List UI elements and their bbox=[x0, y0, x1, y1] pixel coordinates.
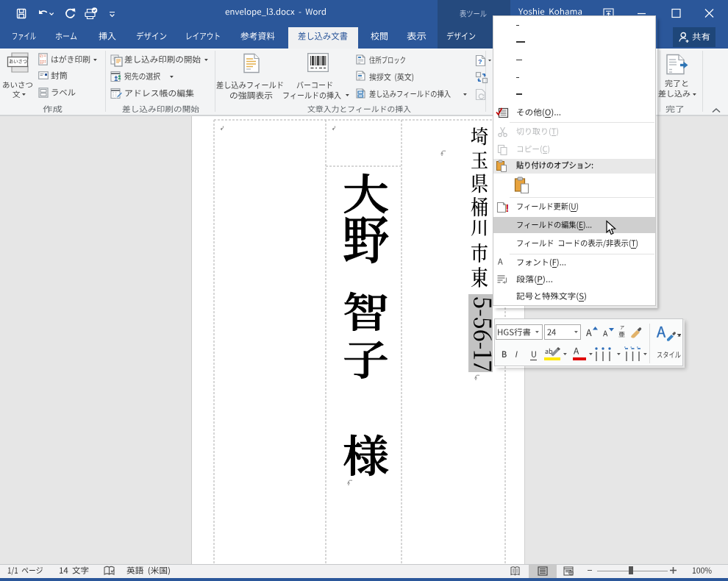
svg-text:!: ! bbox=[506, 202, 510, 214]
svg-text:?: ? bbox=[478, 58, 482, 65]
